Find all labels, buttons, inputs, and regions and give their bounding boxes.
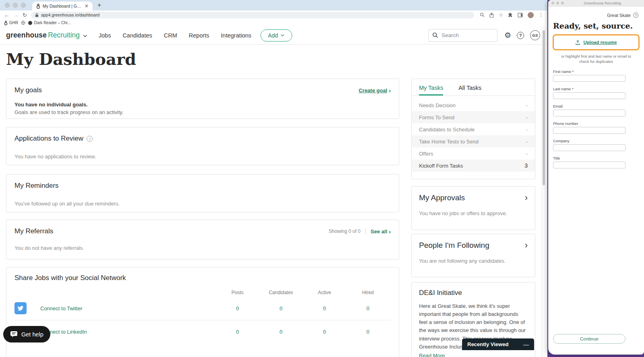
connect-linkedin-link[interactable]: Connect to LinkedIn	[40, 329, 216, 335]
traffic-light-zoom[interactable]	[561, 2, 564, 4]
referrals-empty-text: You do not have any referrals.	[14, 245, 391, 251]
title-input[interactable]	[553, 162, 625, 168]
browser-menu-kebab-icon[interactable]: ⋮	[539, 12, 543, 18]
connect-twitter-link[interactable]: Connect to Twitter	[40, 305, 216, 311]
get-help-button[interactable]: Get help	[3, 326, 50, 342]
chevron-right-icon[interactable]: ›	[525, 242, 528, 249]
help-icon[interactable]: ?	[517, 32, 524, 39]
card-title: My goals	[14, 86, 42, 94]
company-input[interactable]	[553, 144, 625, 151]
reload-icon[interactable]: ↻	[23, 12, 27, 18]
task-row-take-home-tests[interactable]: Take Home Tests to Send -	[412, 135, 535, 147]
greenhouse-logo[interactable]: greenhouse	[6, 31, 47, 39]
twitter-active-value: 0	[303, 305, 346, 311]
first-name-input[interactable]	[553, 75, 625, 82]
bookmark-dark-reader[interactable]: Dark Reader – Chr...	[28, 21, 71, 25]
linkedin-candidates-value: 0	[259, 329, 303, 335]
nav-candidates[interactable]: Candidates	[123, 32, 152, 39]
search-input[interactable]	[442, 32, 486, 38]
help-icon[interactable]: ?	[633, 12, 638, 18]
card-title: My Approvals	[419, 193, 465, 202]
traffic-light-close[interactable]	[551, 2, 554, 4]
search-box[interactable]	[428, 29, 497, 42]
traffic-light-minimize[interactable]	[556, 2, 559, 4]
globe-icon[interactable]	[21, 21, 25, 25]
task-row-candidates-to-schedule[interactable]: Candidates to Schedule -	[412, 123, 535, 135]
nav-crm[interactable]: CRM	[164, 32, 177, 39]
task-row-forms-to-send[interactable]: Forms To Send -	[412, 111, 535, 123]
last-name-label: Last name *	[553, 87, 625, 91]
nav-jobs[interactable]: Jobs	[99, 32, 111, 39]
chevron-right-icon: ›	[389, 228, 391, 235]
new-tab-button[interactable]: +	[97, 2, 101, 8]
chevron-down-icon[interactable]	[83, 35, 87, 37]
padlock-icon	[35, 13, 39, 17]
scrollbar-thumb[interactable]	[543, 30, 545, 185]
phone-input[interactable]	[553, 127, 625, 134]
my-approvals-card[interactable]: My Approvals › You have no jobs or offer…	[411, 186, 535, 230]
applications-empty-text: You have no applications to review.	[14, 154, 391, 160]
browser-tab[interactable]: My Dashboard | Greenhouse ✕	[32, 2, 93, 10]
twitter-hired-value: 0	[346, 305, 390, 311]
upload-resume-button[interactable]: Upload resume	[575, 40, 617, 45]
panel-account-row: Great Skate ?	[548, 6, 644, 18]
minimize-icon[interactable]: —	[523, 341, 529, 348]
share-icon[interactable]	[489, 12, 494, 18]
product-name[interactable]: Recruiting	[48, 31, 80, 39]
continue-button[interactable]: Continue	[553, 334, 625, 344]
address-bar[interactable]: app4.greenhouse.io/dashboard	[31, 12, 474, 19]
create-goal-label: Create goal	[359, 87, 387, 93]
tab-all-tasks[interactable]: All Tasks	[458, 85, 481, 95]
my-referrals-card: My Referrals Showing 0 of 0 See all › Yo…	[6, 220, 399, 259]
email-input[interactable]	[553, 110, 625, 116]
chevron-right-icon[interactable]: ›	[525, 194, 528, 201]
card-title: People I'm Following	[419, 241, 489, 250]
tab-strip: My Dashboard | Greenhouse ✕ +	[0, 0, 547, 10]
card-title: Applications to Review	[14, 135, 83, 143]
recently-viewed-bar[interactable]: Recently Viewed —	[462, 338, 534, 350]
gear-icon[interactable]: ⚙	[504, 31, 511, 39]
title-field: Title	[553, 156, 625, 168]
upload-resume-label: Upload resume	[583, 40, 617, 45]
side-panel-icon[interactable]	[518, 13, 523, 17]
read-more-link[interactable]: Read More	[419, 353, 445, 357]
forward-icon[interactable]: →	[13, 12, 19, 18]
task-label: Forms To Send	[419, 114, 454, 120]
add-button[interactable]: Add	[260, 29, 292, 42]
nav-integrations[interactable]: Integrations	[221, 32, 252, 39]
task-row-offers[interactable]: Offers -	[412, 147, 535, 160]
column-active: Active	[303, 290, 346, 295]
create-goal-link[interactable]: Create goal ›	[359, 87, 391, 93]
task-row-needs-decision[interactable]: Needs Decision -	[412, 99, 535, 111]
title-label: Title	[553, 156, 625, 160]
company-label: Company	[553, 139, 625, 143]
user-avatar[interactable]: GS	[530, 30, 540, 40]
zoom-icon[interactable]	[480, 12, 485, 17]
task-label: Candidates to Schedule	[419, 127, 475, 133]
nav-reports[interactable]: Reports	[189, 32, 209, 39]
task-label: Take Home Tests to Send	[419, 139, 479, 145]
traffic-light-close[interactable]	[5, 3, 10, 8]
share-table-header: Posts Candidates Active Hired	[14, 289, 391, 297]
linkedin-posts-value: 0	[216, 329, 259, 335]
primary-nav: Jobs Candidates CRM Reports Integrations	[99, 32, 252, 39]
people-following-card[interactable]: People I'm Following › You are not follo…	[411, 234, 535, 277]
traffic-light-zoom[interactable]	[21, 3, 26, 8]
back-icon[interactable]: ←	[4, 12, 9, 18]
close-tab-icon[interactable]: ✕	[85, 3, 89, 9]
bookmark-ghr[interactable]: GHR	[4, 21, 18, 25]
browser-profile-avatar[interactable]	[528, 12, 534, 18]
last-name-input[interactable]	[553, 92, 625, 99]
tab-my-tasks[interactable]: My Tasks	[419, 85, 443, 95]
extensions-puzzle-icon[interactable]	[508, 12, 513, 17]
task-row-kickoff-form-tasks[interactable]: Kickoff Form Tasks 3	[412, 160, 535, 172]
column-candidates: Candidates	[259, 290, 303, 295]
scrollbar[interactable]	[541, 27, 545, 357]
column-hired: Hired	[346, 290, 390, 295]
info-icon[interactable]: i	[87, 136, 93, 142]
see-all-link[interactable]: See all ›	[371, 228, 391, 235]
dark-reader-icon	[28, 21, 32, 25]
card-title: Share Jobs with your Social Network	[14, 274, 391, 282]
traffic-light-minimize[interactable]	[13, 3, 18, 8]
bookmark-star-icon[interactable]: ☆	[499, 12, 503, 18]
